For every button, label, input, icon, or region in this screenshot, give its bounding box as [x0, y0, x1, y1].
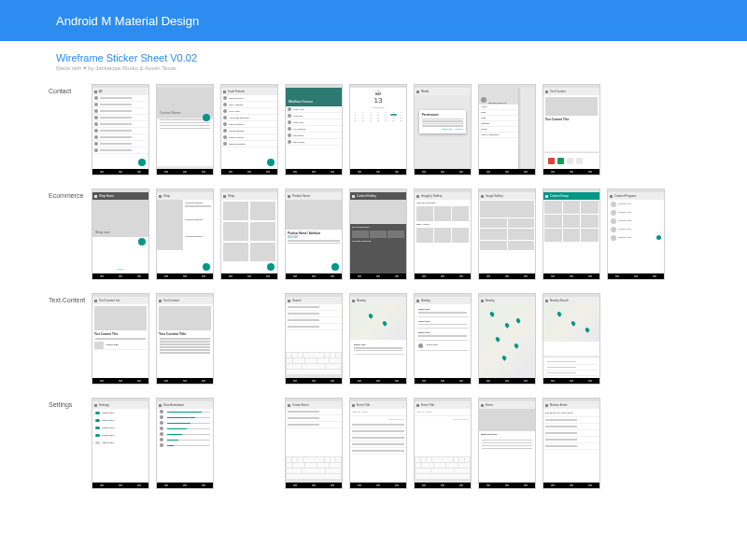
settings-screens: Settings Setting Item Setting Item Setti… [92, 398, 600, 489]
menu-icon[interactable] [94, 195, 97, 198]
subheader-title: Wireframe Sticker Sheet V0.02 [56, 52, 691, 63]
share-sheet [543, 153, 599, 169]
toggle[interactable] [95, 419, 100, 422]
navbar[interactable] [415, 378, 471, 384]
navbar[interactable] [479, 483, 535, 488]
back-icon[interactable] [288, 404, 290, 407]
feed-hero: Matthew Duncan [286, 88, 342, 106]
fab-buy[interactable] [331, 263, 339, 271]
screen-event-form-2: Event Title Sep/Apr / 2015 400 character… [414, 398, 472, 489]
back-icon[interactable] [352, 300, 355, 302]
contact-screens: All Contact Na [92, 84, 600, 175]
menu-icon[interactable] [94, 91, 97, 93]
fab-edit[interactable] [203, 114, 210, 121]
navbar[interactable] [157, 273, 213, 279]
back-icon[interactable] [352, 404, 355, 407]
back-icon[interactable] [481, 300, 484, 302]
navbar[interactable] [221, 169, 277, 175]
navbar[interactable] [415, 483, 471, 488]
navbar[interactable] [479, 169, 535, 175]
menu-icon[interactable] [416, 195, 419, 198]
menu-icon[interactable] [352, 195, 355, 198]
back-icon[interactable] [545, 404, 548, 407]
navbar[interactable] [415, 169, 471, 175]
navbar[interactable] [543, 483, 599, 488]
back-icon[interactable] [159, 195, 162, 198]
back-icon[interactable] [416, 404, 419, 407]
back-icon[interactable] [94, 404, 97, 407]
toggle[interactable] [95, 441, 100, 444]
navbar[interactable] [543, 273, 599, 279]
toggle[interactable] [95, 434, 100, 437]
back-icon[interactable] [288, 300, 290, 302]
row-text-content: Text Content Text Content List Text Cont… [49, 293, 710, 385]
navbar[interactable] [543, 169, 599, 175]
back-icon[interactable] [223, 91, 226, 93]
play-icon[interactable] [656, 235, 661, 240]
screen-bottomsheet: Text Content Text Content Title [543, 84, 600, 175]
app-icon-more[interactable] [576, 158, 583, 164]
screen-product: Product Name Product Name / Attribute $1… [285, 189, 343, 280]
navbar[interactable] [92, 273, 148, 279]
app-icon-hangouts[interactable] [557, 158, 564, 164]
screen-shop-home: Shop Name Shop now Sign in [92, 189, 149, 280]
menu-icon[interactable] [94, 300, 97, 302]
navbar[interactable] [350, 273, 406, 279]
navbar[interactable] [286, 378, 342, 384]
navbar[interactable] [350, 378, 406, 384]
keyboard[interactable] [415, 456, 471, 483]
fab-add[interactable] [138, 159, 146, 166]
fab-cart[interactable] [203, 263, 210, 271]
row-label: Ecommerce [49, 189, 92, 199]
navbar[interactable] [157, 169, 213, 175]
app-icon-drive[interactable] [567, 158, 573, 164]
screen-review-event: Review Event 101 Brown St Austin Texas [543, 398, 600, 489]
navbar[interactable] [350, 483, 406, 488]
navbar[interactable] [415, 273, 471, 279]
navbar[interactable] [92, 378, 148, 384]
row-settings: Settings Settings Setting Item Setting I… [49, 398, 710, 489]
screen-settings: Settings Setting Item Setting Item Setti… [92, 398, 149, 489]
navbar[interactable] [92, 483, 148, 488]
menu-icon[interactable] [545, 195, 548, 198]
back-icon[interactable] [610, 195, 613, 198]
navbar[interactable] [479, 378, 535, 384]
back-icon[interactable] [416, 91, 419, 93]
screen-content-progress: Content Progress Content Title Content T… [607, 189, 665, 280]
navbar[interactable] [543, 378, 599, 384]
row-label: Text Content [49, 293, 92, 303]
back-icon[interactable] [545, 300, 548, 302]
ecommerce-screens: Shop Name Shop now Sign in Shop Product … [92, 189, 665, 280]
keyboard[interactable] [286, 456, 342, 483]
back-icon[interactable] [545, 91, 548, 93]
back-icon[interactable] [159, 300, 162, 302]
navbar[interactable] [350, 169, 406, 175]
screen-status-feed: Matthew Duncan Liam Hunt Mike Lee Long P… [285, 84, 343, 175]
back-icon[interactable] [159, 404, 162, 407]
screen-event-form-1: Event Title Sep/Apr / 2015 400 character… [349, 398, 407, 489]
navbar[interactable] [286, 483, 342, 488]
navbar[interactable] [157, 378, 213, 384]
navbar[interactable] [286, 169, 342, 175]
back-icon[interactable] [481, 404, 484, 407]
app-icon-gmail[interactable] [548, 158, 555, 164]
screen-contact-detail: Contact Name [156, 84, 214, 175]
navbar[interactable] [479, 273, 535, 279]
fab-confirm[interactable] [267, 159, 275, 166]
fab-cart[interactable] [267, 263, 275, 271]
navbar[interactable] [608, 273, 664, 279]
navbar[interactable] [286, 273, 342, 279]
toggle[interactable] [95, 427, 100, 429]
navbar[interactable] [92, 169, 148, 175]
keyboard[interactable] [286, 352, 342, 378]
fab-shop[interactable] [138, 238, 146, 245]
back-icon[interactable] [223, 195, 226, 198]
back-icon[interactable] [288, 195, 290, 198]
toggle[interactable] [95, 412, 100, 414]
back-icon[interactable] [416, 300, 419, 302]
screen-text-content-detail: Text Content Text Content Title [156, 293, 214, 385]
navbar[interactable] [221, 273, 277, 279]
back-icon[interactable] [481, 195, 484, 198]
screen-map-card: Nearby Event Title [349, 293, 407, 385]
navbar[interactable] [157, 483, 213, 488]
